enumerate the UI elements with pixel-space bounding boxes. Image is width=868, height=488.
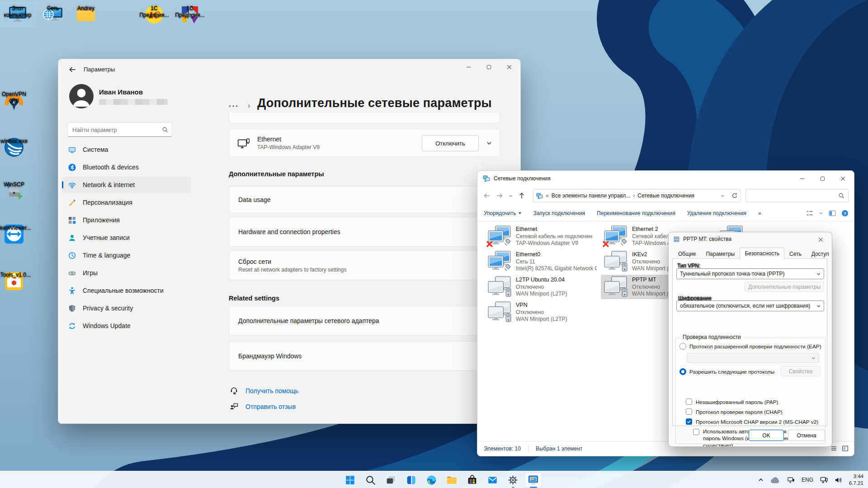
input-language[interactable]: ENG [802,477,813,483]
breadcrumb-network-connections[interactable]: Сетевые подключения [637,192,694,199]
settings-card-дополнительные-параметры-сетевого-адаптера[interactable]: Дополнительные параметры сетевого адапте… [229,306,500,336]
view-dropdown-icon[interactable] [819,211,823,216]
connection-vpn[interactable]: VPNОтключеноWAN Miniport (L2TP) [485,300,599,324]
advanced-settings-button[interactable]: Дополнительные параметры [745,282,824,292]
remote-session-icon[interactable] [787,476,795,484]
taskbar-file-explorer-button[interactable] [442,471,462,488]
tab-параметры[interactable]: Параметры [701,248,740,260]
maximize-button[interactable] [479,59,499,75]
close-button[interactable] [833,171,853,186]
chevron-down-icon[interactable] [486,140,492,146]
address-bar[interactable]: « Все элементы панели управл... › Сетевы… [533,189,741,202]
desktop-icon-1tools-v1-0[interactable]: 1Tools_v1.0... [0,269,32,293]
desktop-icon-openvpn-gui[interactable]: OpenVPN GUI [0,89,32,112]
forward-icon[interactable] [495,192,504,200]
checkbox-протокол-проверки-пароля-chap[interactable] [686,408,692,415]
checkbox-протокол-microsoft-chap-версии-2-ms-chap-v2[interactable] [686,418,692,425]
breadcrumb-control-panel[interactable]: Все элементы панели управл... [552,192,631,199]
desktop-icon-1с-предприя[interactable]: 1С1С Предприя... [172,3,208,26]
toolbar-more[interactable]: » [758,210,761,216]
network-status-icon[interactable] [820,476,828,484]
radio-allow-protocols[interactable] [679,368,686,375]
link-получить-помощь[interactable]: ?Получить помощь [230,386,298,395]
settings-card-брандмауэр-windows[interactable]: Брандмауэр Windows [229,341,500,371]
adapter-card-ethernet[interactable]: Ethernet TAP-Windows Adapter V9 Отключит… [229,129,500,157]
cancel-button[interactable]: Отмена [788,430,825,441]
sidebar-item-учетные-записи[interactable]: Учетные записи [62,230,191,246]
preview-pane-icon[interactable] [829,210,836,217]
desktop-icon-1с-предприя[interactable]: 1С1С Предприя... [137,3,172,26]
clock[interactable]: 3:44 6.7.21 [849,473,863,487]
close-button[interactable] [499,59,519,75]
desktop-icon-winbox-exe[interactable]: winbox.exe [0,136,32,159]
taskbar-search-button[interactable] [360,471,381,488]
checkbox-use-windows-credentials[interactable] [693,429,699,435]
tab-сеть[interactable]: Сеть [784,248,807,260]
taskbar-netconn-app-button[interactable] [523,471,543,488]
sidebar-item-приложения[interactable]: Приложения [62,212,191,228]
encryption-select[interactable]: обязательное (отключиться, если нет шифр… [676,300,824,311]
change-view-icon[interactable] [806,210,813,217]
link-отправить-отзыв[interactable]: Отправить отзыв [230,402,296,411]
sidebar-item-time-language[interactable]: Time & language [62,247,191,263]
back-icon[interactable] [68,66,76,74]
close-button[interactable] [812,233,829,246]
connection-ethernet[interactable]: EthernetСетевой кабель не подключенTAP-W… [485,224,599,249]
settings-search[interactable] [67,122,172,137]
details-view-icon[interactable] [830,445,837,452]
breadcrumb-ellipsis[interactable]: ··· [229,102,239,111]
thumbnail-view-icon[interactable] [842,445,849,452]
tab-общие[interactable]: Общие [673,248,701,260]
toolbar-удаление-подключения[interactable]: Удаление подключения [687,210,746,216]
settings-card-сброс-сети[interactable]: Сброс сетиReset all network adapters to … [229,250,500,280]
eap-method-select[interactable] [687,353,819,363]
settings-card-data-usage[interactable]: Data usage [229,186,500,213]
tab-доступ[interactable]: Доступ [807,248,832,260]
tab-безопасность[interactable]: Безопасность [740,248,784,260]
taskbar-mail-button[interactable] [482,471,503,488]
toolbar-переименование-подключения[interactable]: Переименование подключения [597,210,675,216]
explorer-search[interactable] [745,189,849,202]
address-dropdown-icon[interactable] [720,193,725,198]
taskbar-store-button[interactable] [462,471,482,488]
back-icon[interactable] [483,192,491,200]
taskbar-task-view-button[interactable] [381,471,401,488]
desktop-icon-andrey[interactable]: Andrey [68,3,104,26]
explorer-search-input[interactable] [750,192,838,200]
desktop-icon-сеть[interactable]: Сеть [35,3,71,26]
taskbar-widgets-button[interactable] [401,471,421,488]
desktop-icon-этот-компьютер[interactable]: Этот компьютер [0,3,35,26]
sidebar-item-система[interactable]: Система [62,141,191,158]
disable-adapter-button[interactable]: Отключить [422,135,479,151]
minimize-button[interactable] [792,171,812,186]
avatar[interactable] [69,84,94,108]
maximize-button[interactable] [812,171,833,186]
history-chevron-icon[interactable] [508,193,513,198]
vpn-type-select[interactable]: Туннельный протокол точка-точка (PPTP) [676,268,824,279]
checkbox-незашифрованный-пароль-pap[interactable] [686,399,692,405]
sidebar-item-windows-update[interactable]: Windows Update [62,318,191,334]
search-input[interactable] [71,126,162,134]
connection-l2tp-ubuntu-20-04[interactable]: L2TP Ubuntu 20.04ОтключеноWAN Miniport (… [485,275,599,299]
sidebar-item-privacy-security[interactable]: Privacy & security [62,300,191,316]
properties-button[interactable]: Свойства [781,366,821,376]
radio-eap[interactable] [679,343,686,350]
taskbar-settings-gear-button[interactable] [503,471,523,488]
taskbar-edge-button[interactable] [421,471,442,488]
up-icon[interactable] [518,192,526,200]
desktop-icon-teamviewer[interactable]: TeamViewer... [0,222,32,246]
refresh-icon[interactable] [731,192,738,199]
minimize-button[interactable] [458,59,479,75]
sidebar-item-bluetooth-devices[interactable]: Bluetooth & devices [62,159,191,175]
onedrive-icon[interactable] [771,476,780,484]
desktop-icon-winscp[interactable]: WinSCP [0,179,32,202]
connection-ethernet0[interactable]: Ethernet0Сеть 11Intel(R) 82574L Gigabit … [485,249,599,274]
sidebar-item-игры[interactable]: Игры [62,265,191,281]
sidebar-item-персонализация[interactable]: Персонализация [62,194,191,211]
toolbar-запуск-подключения[interactable]: Запуск подключения [533,210,585,216]
settings-card-hardware-and-connection-properties[interactable]: Hardware and connection properties [229,217,500,247]
taskbar-start-button[interactable] [340,471,360,488]
help-icon[interactable]: ? [841,210,849,217]
hidden-icons-button[interactable] [758,477,764,483]
sidebar-item-network-internet[interactable]: Network & internet [62,177,191,193]
